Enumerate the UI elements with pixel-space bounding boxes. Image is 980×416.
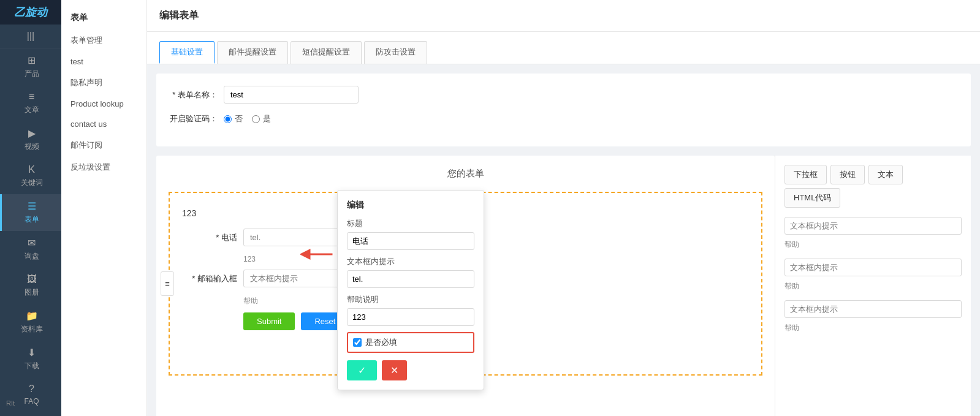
main-content: 编辑表单 基础设置 邮件提醒设置 短信提醒设置 防攻击设置 * 表单名称： 开启… [147, 0, 980, 416]
sidebar-item-forms[interactable]: ☰ 表单 [0, 194, 61, 231]
logo-area: 乙旋动 [0, 0, 61, 25]
download-icon: ⬇ [28, 347, 36, 358]
popup-title-input[interactable] [347, 232, 474, 250]
checkmark-icon: ✓ [358, 365, 366, 376]
sidebar-item-form-management[interactable]: 表单管理 [61, 29, 146, 51]
right-panel-buttons: 下拉框 按钮 文本 HTML代码 [784, 165, 962, 208]
form-title: 您的表单 [169, 168, 762, 180]
form-name-label: * 表单名称： [169, 89, 218, 100]
phone-help: 123 [243, 255, 749, 263]
popup-cancel-button[interactable]: ✕ [382, 360, 407, 380]
captcha-no-radio[interactable] [224, 115, 232, 123]
right-fields-panel: 下拉框 按钮 文本 HTML代码 帮助 帮助 帮助 [775, 156, 971, 416]
email-help: 帮助 [243, 296, 749, 306]
nav-toggle[interactable]: ||| [0, 25, 61, 48]
nav-label-faq: FAQ [24, 397, 39, 406]
sidebar-item-contact-us[interactable]: contact us [61, 114, 146, 134]
captcha-yes-radio[interactable] [252, 115, 260, 123]
html-code-button[interactable]: HTML代码 [784, 188, 840, 208]
sidebar-item-products[interactable]: ⊞ 产品 [0, 48, 61, 85]
sidebar-item-popup[interactable]: ▣ 弹窗 [0, 412, 61, 416]
sidebar-item-email-subscription[interactable]: 邮件订阅 [61, 134, 146, 156]
forms-icon: ☰ [28, 200, 36, 212]
email-label: * 邮箱输入框 [182, 273, 237, 284]
nav-label-album: 图册 [25, 287, 39, 298]
popup-ok-button[interactable]: ✓ [347, 360, 377, 380]
popup-help-label: 帮助说明 [347, 294, 474, 305]
rp-input-2[interactable] [784, 259, 962, 276]
sidebar-item-data[interactable]: 📁 资料库 [0, 304, 61, 341]
nav-label-inquiry: 询盘 [25, 251, 39, 262]
captcha-label: 开启验证码： [169, 113, 218, 124]
page-header: 编辑表单 [147, 0, 980, 32]
rp-help-1: 帮助 [784, 240, 962, 250]
required-checkbox[interactable] [353, 338, 362, 347]
phone-label: * 电话 [182, 232, 237, 243]
sidebar-item-inquiry[interactable]: ✉ 询盘 [0, 231, 61, 268]
album-icon: 🖼 [27, 274, 37, 285]
nav-label-articles: 文章 [25, 105, 39, 115]
keywords-icon: K [28, 164, 35, 175]
sidebar-item-articles[interactable]: ≡ 文章 [0, 85, 61, 121]
nav-label-download: 下载 [25, 361, 39, 371]
tab-email-reminder[interactable]: 邮件提醒设置 [217, 41, 288, 64]
required-checkbox-row: 是否必填 [347, 332, 474, 353]
submit-button[interactable]: Submit [243, 312, 295, 330]
nav-label-videos: 视频 [25, 142, 39, 152]
form-sidebar-toggle[interactable]: ≡ [161, 271, 174, 296]
button-button[interactable]: 按钮 [830, 165, 865, 184]
inquiry-icon: ✉ [28, 237, 36, 249]
captcha-no-option[interactable]: 否 [224, 113, 243, 124]
popup-placeholder-label: 文本框内提示 [347, 256, 474, 267]
sidebar-item-album[interactable]: 🖼 图册 [0, 268, 61, 304]
popup-help-input[interactable] [347, 308, 474, 326]
rp-input-3[interactable] [784, 300, 962, 318]
nav-label-data: 资料库 [21, 324, 43, 335]
sidebar: 表单 表单管理 test 隐私声明 Product lookup contact… [61, 0, 147, 416]
popup-title: 编辑 [347, 200, 474, 211]
rp-input-1[interactable] [784, 217, 962, 235]
sidebar-item-product-lookup[interactable]: Product lookup [61, 94, 146, 114]
form-name-row: * 表单名称： [169, 86, 959, 104]
popup-placeholder-input[interactable] [347, 270, 474, 288]
tab-basic-settings[interactable]: 基础设置 [159, 41, 215, 64]
nav-label-forms: 表单 [25, 214, 39, 225]
form-builder-container: 您的表单 123 * 电话 123 * 邮箱输入框 帮助 Submit Rese… [156, 156, 971, 416]
app-logo: 乙旋动 [14, 5, 47, 20]
form-action-buttons: Submit Reset [243, 312, 749, 330]
sidebar-item-anti-spam[interactable]: 反垃圾设置 [61, 156, 146, 178]
sidebar-item-keywords[interactable]: K 关键词 [0, 158, 61, 194]
settings-area: * 表单名称： 开启验证码： 否 是 [156, 74, 971, 146]
rp-help-3: 帮助 [784, 323, 962, 333]
dropdown-button[interactable]: 下拉框 [784, 165, 827, 184]
sidebar-item-test[interactable]: test [61, 51, 146, 72]
products-icon: ⊞ [28, 55, 36, 66]
data-icon: 📁 [26, 310, 38, 322]
rp-field-3: 帮助 [784, 300, 962, 333]
captcha-radio-group: 否 是 [224, 113, 271, 124]
required-checkbox-label[interactable]: 是否必填 [365, 337, 397, 348]
text-button[interactable]: 文本 [868, 165, 903, 184]
sidebar-item-download[interactable]: ⬇ 下载 [0, 341, 61, 377]
tabs-container: 基础设置 邮件提醒设置 短信提醒设置 防攻击设置 [147, 32, 980, 64]
tab-sms-reminder[interactable]: 短信提醒设置 [291, 41, 362, 64]
captcha-no-label: 否 [235, 113, 243, 124]
tab-anti-attack[interactable]: 防攻击设置 [364, 41, 427, 64]
captcha-yes-label: 是 [263, 113, 271, 124]
captcha-row: 开启验证码： 否 是 [169, 113, 959, 124]
form-name-input[interactable] [224, 86, 359, 104]
videos-icon: ▶ [28, 127, 36, 139]
sidebar-icon: ≡ [165, 279, 170, 289]
left-navigation: 乙旋动 ||| ⊞ 产品 ≡ 文章 ▶ 视频 K 关键词 ☰ 表单 ✉ 询盘 🖼… [0, 0, 61, 416]
bottom-logo: RIt [6, 399, 15, 407]
nav-label-keywords: 关键词 [21, 178, 43, 188]
rp-field-1: 帮助 [784, 217, 962, 250]
popup-title-label: 标题 [347, 218, 474, 229]
captcha-yes-option[interactable]: 是 [252, 113, 271, 124]
close-icon: ✕ [390, 365, 398, 376]
sidebar-item-videos[interactable]: ▶ 视频 [0, 121, 61, 158]
faq-icon: ? [29, 384, 34, 395]
sidebar-item-privacy[interactable]: 隐私声明 [61, 72, 146, 94]
edit-popup: 编辑 标题 文本框内提示 帮助说明 是否必填 ✓ ✕ [337, 190, 484, 390]
page-title: 编辑表单 [159, 10, 199, 20]
